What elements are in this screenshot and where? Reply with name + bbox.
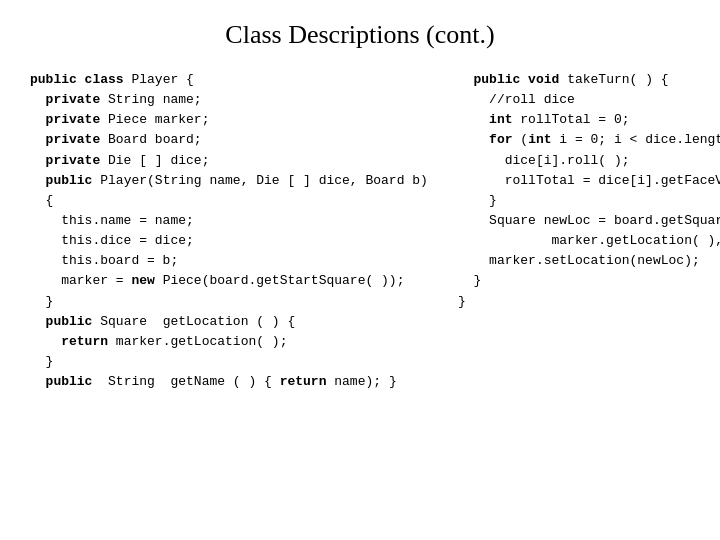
code-line: public Square getLocation ( ) { bbox=[30, 312, 428, 332]
code-line: //roll dice bbox=[458, 90, 720, 110]
content-area: public class Player { private String nam… bbox=[30, 70, 690, 392]
code-line: private String name; bbox=[30, 90, 428, 110]
code-line: marker = new Piece(board.getStartSquare(… bbox=[30, 271, 428, 291]
code-line: public void takeTurn( ) { bbox=[458, 70, 720, 90]
code-line: } bbox=[30, 292, 428, 312]
code-line: for (int i = 0; i < dice.length; i++) { bbox=[458, 130, 720, 150]
code-line: this.dice = dice; bbox=[30, 231, 428, 251]
code-line: rollTotal = dice[i].getFaceValue( ); bbox=[458, 171, 720, 191]
code-line: public class Player { bbox=[30, 70, 428, 90]
code-line: marker.getLocation( ), rollTotal); bbox=[458, 231, 720, 251]
right-column: public void takeTurn( ) { //roll dice in… bbox=[458, 70, 720, 392]
code-line: } bbox=[458, 292, 720, 312]
code-line: public Player(String name, Die [ ] dice,… bbox=[30, 171, 428, 191]
code-line: return marker.getLocation( ); bbox=[30, 332, 428, 352]
code-line: } bbox=[458, 271, 720, 291]
page: Class Descriptions (cont.) public class … bbox=[0, 0, 720, 540]
code-line: public String getName ( ) { return name)… bbox=[30, 372, 428, 392]
code-line: marker.setLocation(newLoc); bbox=[458, 251, 720, 271]
code-line: private Piece marker; bbox=[30, 110, 428, 130]
code-line: int rollTotal = 0; bbox=[458, 110, 720, 130]
code-line: } bbox=[30, 352, 428, 372]
left-column: public class Player { private String nam… bbox=[30, 70, 428, 392]
code-line: private Board board; bbox=[30, 130, 428, 150]
page-title: Class Descriptions (cont.) bbox=[30, 20, 690, 50]
code-line: } bbox=[458, 191, 720, 211]
code-line: Square newLoc = board.getSquare( bbox=[458, 211, 720, 231]
code-line: this.board = b; bbox=[30, 251, 428, 271]
code-line: { bbox=[30, 191, 428, 211]
code-line: this.name = name; bbox=[30, 211, 428, 231]
code-line: dice[i].roll( ); bbox=[458, 151, 720, 171]
code-line: private Die [ ] dice; bbox=[30, 151, 428, 171]
